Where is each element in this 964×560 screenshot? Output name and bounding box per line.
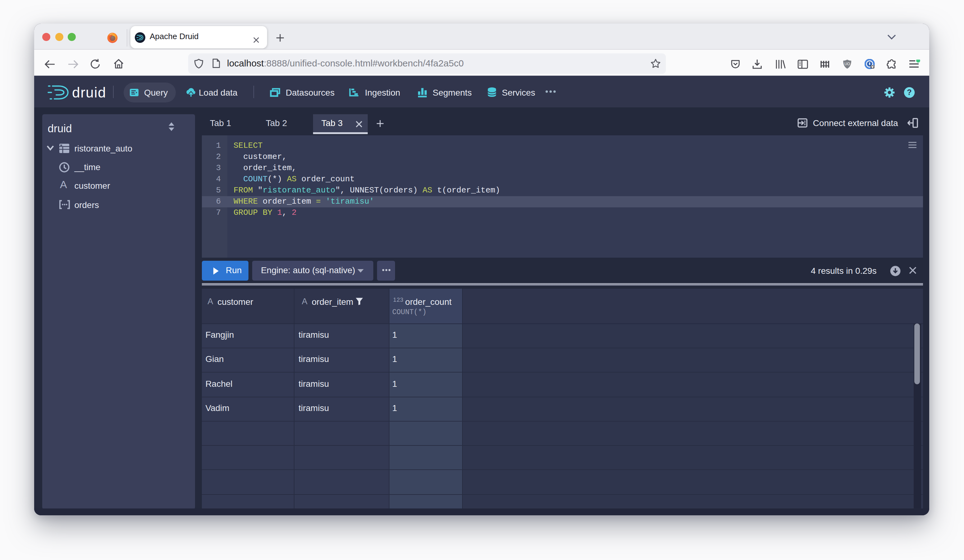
svg-text:?: ? [907, 88, 912, 96]
svg-text:UO: UO [844, 62, 850, 66]
